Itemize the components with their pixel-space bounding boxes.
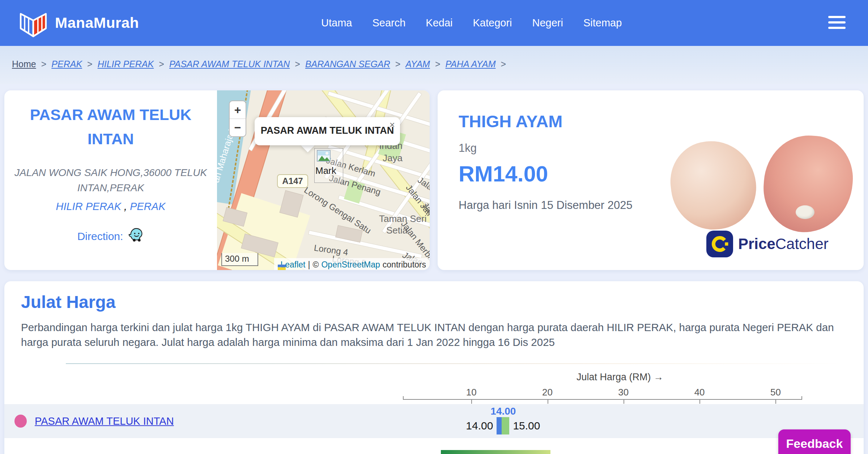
- copyright-glyph: ©: [313, 260, 319, 270]
- market-row-link[interactable]: PASAR AWAM TELUK INTAN: [35, 415, 174, 427]
- axis-endcap: [801, 396, 802, 400]
- brand[interactable]: ManaMurah: [17, 7, 139, 40]
- nav-item-kategori[interactable]: Kategori: [473, 17, 512, 29]
- range-bar: [502, 417, 509, 434]
- max-price-label: 15.00: [513, 420, 540, 432]
- axis-tick: [775, 399, 776, 404]
- breadcrumb-home[interactable]: Home: [12, 59, 36, 69]
- nav-item-search[interactable]: Search: [372, 17, 405, 29]
- leaflet-map[interactable]: an Maharaja Lela A147 ai J4/1 Indah Jaya…: [217, 90, 430, 270]
- axis-tick-label: 40: [694, 387, 705, 398]
- logo-text-bold: Price: [738, 235, 775, 252]
- map-marker[interactable]: Mark: [314, 148, 343, 183]
- breadcrumb-paha-ayam[interactable]: PAHA AYAM: [446, 59, 496, 69]
- attribution-suffix: contributors: [383, 260, 426, 270]
- product-image-chicken-thigh: [761, 133, 856, 235]
- product-unit: 1kg: [459, 142, 477, 155]
- breadcrumb-separator: >: [41, 59, 47, 69]
- breadcrumb-ayam[interactable]: AYAM: [405, 59, 430, 69]
- product-name: THIGH AYAM: [459, 111, 562, 131]
- breadcrumb-separator: >: [159, 59, 164, 69]
- nav-item-negeri[interactable]: Negeri: [532, 17, 563, 29]
- market-region-links: HILIR PERAK , PERAK: [4, 201, 217, 213]
- axis-tick-label: 20: [542, 387, 553, 398]
- direction-label: Direction:: [77, 230, 123, 243]
- manamurah-logo-icon: [17, 7, 49, 40]
- direction-row: Direction:: [4, 227, 217, 245]
- breadcrumb: Home > PERAK > HILIR PERAK > PASAR AWAM …: [12, 59, 506, 69]
- zoom-in-button[interactable]: +: [230, 101, 246, 119]
- map-popup: PASAR AWAM TELUK INTAN ×: [255, 117, 400, 145]
- market-name: PASAR AWAM TELUK INTAN: [4, 103, 217, 151]
- price-range-bar: 14.00 15.00: [497, 417, 509, 434]
- axis-tick: [548, 399, 548, 404]
- price-axis: 1020304050: [403, 386, 802, 404]
- nav-item-kedai[interactable]: Kedai: [426, 17, 452, 29]
- breadcrumb-separator: >: [295, 59, 300, 69]
- current-price-label: 14.00: [490, 406, 516, 417]
- breadcrumb-hilir-perak[interactable]: HILIR PERAK: [98, 59, 154, 69]
- feedback-button[interactable]: Feedback: [778, 429, 851, 454]
- chart-row-district-average: Purata HILIR PERAK: [4, 445, 864, 454]
- pricecatcher-logo: PriceCatcher: [706, 231, 829, 257]
- map-label-jaya: Jaya: [383, 153, 403, 164]
- breadcrumb-separator: >: [87, 59, 93, 69]
- axis-tick-label: 50: [770, 387, 781, 398]
- market-card: PASAR AWAM TELUK INTAN JALAN WONG SAIK H…: [4, 90, 430, 270]
- top-navbar: ManaMurah Utama Search Kedai Kategori Ne…: [0, 0, 868, 46]
- breadcrumb-barangan-segar[interactable]: BARANGAN SEGAR: [305, 59, 390, 69]
- breadcrumb-separator: >: [435, 59, 441, 69]
- state-link[interactable]: PERAK: [130, 201, 165, 212]
- axis-line: [403, 399, 802, 400]
- popup-close-icon[interactable]: ×: [390, 119, 395, 130]
- bar-area: [403, 445, 802, 454]
- section-description: Perbandingan harga terkini dan julat har…: [21, 320, 835, 350]
- zoom-out-button[interactable]: −: [230, 119, 246, 136]
- price-range-gradient-bar: [441, 450, 550, 454]
- osm-link[interactable]: OpenStreetMap: [321, 260, 380, 270]
- marker-alt-text: Mark: [315, 165, 336, 176]
- map-attribution: Leaflet | © OpenStreetMap contributors: [274, 258, 430, 270]
- price-range-section: Julat Harga Perbandingan harga terkini d…: [4, 281, 864, 454]
- breadcrumb-bar: Home > PERAK > HILIR PERAK > PASAR AWAM …: [0, 46, 868, 84]
- breadcrumb-pasar[interactable]: PASAR AWAM TELUK INTAN: [169, 59, 290, 69]
- axis-tick-label: 10: [466, 387, 477, 398]
- attribution-separator: |: [308, 260, 310, 270]
- map-scale-bar: 300 m: [221, 253, 258, 266]
- pricecatcher-logo-text: PriceCatcher: [738, 235, 829, 253]
- price-date-note: Harga hari Isnin 15 Disember 2025: [459, 199, 633, 212]
- comma: ,: [124, 201, 127, 212]
- district-link[interactable]: HILIR PERAK: [56, 201, 121, 212]
- map-zoom-control: + −: [229, 100, 246, 137]
- axis-tick: [471, 399, 472, 404]
- product-image-chicken-thigh: [666, 136, 761, 235]
- breadcrumb-perak[interactable]: PERAK: [51, 59, 82, 69]
- axis-tick: [624, 399, 624, 404]
- axis-endcap: [403, 396, 404, 400]
- market-address: JALAN WONG SAIK HONG,36000 TELUK INTAN,P…: [4, 165, 217, 196]
- broken-image-icon: [317, 150, 333, 163]
- chart-row-market: PASAR AWAM TELUK INTAN 14.00 14.00 15.00: [4, 404, 864, 438]
- map-route-badge-a147: A147: [277, 174, 308, 188]
- pricecatcher-logo-icon: [706, 231, 733, 257]
- current-price-bar: [497, 417, 502, 434]
- axis-tick: [699, 399, 700, 404]
- brand-name: ManaMurah: [55, 14, 139, 31]
- series-dot: [14, 415, 27, 428]
- product-card: THIGH AYAM 1kg RM14.00 Harga hari Isnin …: [438, 90, 864, 270]
- waze-icon[interactable]: [128, 227, 144, 245]
- logo-text-regular: Catcher: [775, 235, 829, 252]
- nav-item-utama[interactable]: Utama: [321, 17, 352, 29]
- hamburger-menu-icon[interactable]: [828, 16, 846, 29]
- nav-item-sitemap[interactable]: Sitemap: [583, 17, 622, 29]
- product-image-detail: [796, 205, 814, 219]
- market-info: PASAR AWAM TELUK INTAN JALAN WONG SAIK H…: [4, 90, 217, 270]
- section-heading: Julat Harga: [21, 292, 115, 312]
- map-popup-title: PASAR AWAM TELUK INTAN: [255, 125, 400, 136]
- breadcrumb-separator: >: [501, 59, 506, 69]
- min-price-label: 14.00: [466, 420, 493, 432]
- product-price: RM14.00: [459, 161, 548, 187]
- divider: [66, 363, 847, 364]
- main-nav: Utama Search Kedai Kategori Negeri Sitem…: [321, 0, 622, 46]
- bar-area: 14.00 14.00 15.00: [403, 404, 802, 438]
